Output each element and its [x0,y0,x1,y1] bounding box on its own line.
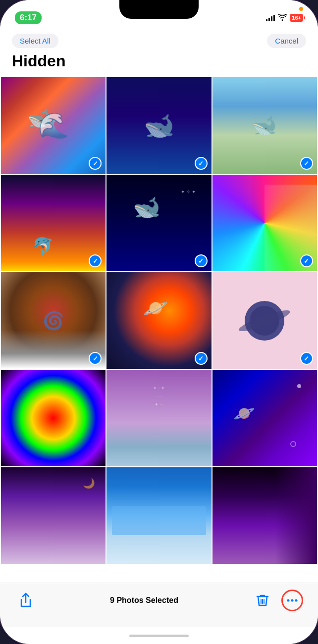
check-badge-8 [195,352,208,365]
photo-cell-7[interactable]: 🌀 [1,272,106,369]
check-badge-3 [300,157,313,170]
selected-count-label: 9 Photos Selected [110,596,178,605]
photo-cell-8[interactable]: 🪐 [106,272,211,369]
photo-cell-9[interactable] [212,272,317,369]
photo-cell-11[interactable]: ✦ · ✦· · ·✦ · · [106,370,211,466]
photo-bg-11: ✦ · ✦· · ·✦ · · [106,370,211,466]
photo-cell-6[interactable] [212,175,317,271]
grid-row-3: 🌀 🪐 [1,272,317,369]
header: Select All Cancel Hidden [0,30,318,76]
check-badge-2 [195,157,208,170]
status-time: 6:17 [15,11,42,24]
orange-dot [299,7,303,11]
grid-row-2: 🐬 🐋 ✦ ✧ ✦ [1,175,317,271]
photo-bg-10 [1,370,106,466]
photo-cell-13[interactable]: 🌙 [1,467,106,564]
grid-row-4: ✦ · ✦· · ·✦ · · 🪐 [1,370,317,466]
signal-bar-1 [266,19,267,21]
wifi-icon [278,14,287,22]
battery-icon: 16+ [290,14,303,22]
share-button[interactable] [15,590,37,611]
home-indicator [129,635,189,637]
status-icons: 16+ [266,14,303,22]
photo-cell-1[interactable]: 🌊 [1,77,106,174]
photo-cell-5[interactable]: 🐋 ✦ ✧ ✦ [106,175,211,271]
photo-bg-15 [212,467,317,564]
home-indicator-bar [0,627,318,644]
delete-button[interactable] [252,590,273,611]
svg-point-2 [295,599,297,601]
page-title: Hidden [12,52,306,70]
photo-cell-14[interactable] [106,467,211,564]
grid-row-5: 🌙 [1,467,317,564]
status-bar: 6:17 16+ [0,0,318,30]
svg-point-0 [287,599,289,601]
check-badge-6 [300,254,313,267]
photo-bg-13: 🌙 [1,467,106,564]
photo-cell-10[interactable] [1,370,106,466]
photo-cell-12[interactable]: 🪐 [212,370,317,466]
more-options-button[interactable] [281,590,303,611]
photo-cell-4[interactable]: 🐬 [1,175,106,271]
signal-bar-4 [273,15,275,21]
photo-grid: 🌊 🐋 🐋 [0,76,318,583]
bottom-toolbar: 9 Photos Selected [0,583,318,627]
phone-frame: 6:17 16+ [0,0,318,644]
photo-bg-12: 🪐 [212,370,317,466]
header-buttons: Select All Cancel [12,34,306,48]
photo-cell-15[interactable] [212,467,317,564]
phone-screen: 6:17 16+ [0,0,318,644]
svg-point-1 [291,599,293,601]
grid-row-1: 🌊 🐋 🐋 [1,77,317,174]
signal-bars-icon [266,14,275,21]
select-all-button[interactable]: Select All [12,34,58,48]
notch [119,0,199,19]
photo-cell-2[interactable]: 🐋 [106,77,211,174]
check-badge-5 [195,254,208,267]
check-badge-9 [300,352,313,365]
signal-bar-2 [268,18,270,21]
signal-bar-3 [271,16,272,21]
photo-cell-3[interactable]: 🐋 [212,77,317,174]
cancel-button[interactable]: Cancel [267,34,306,48]
photo-bg-14 [106,467,211,564]
